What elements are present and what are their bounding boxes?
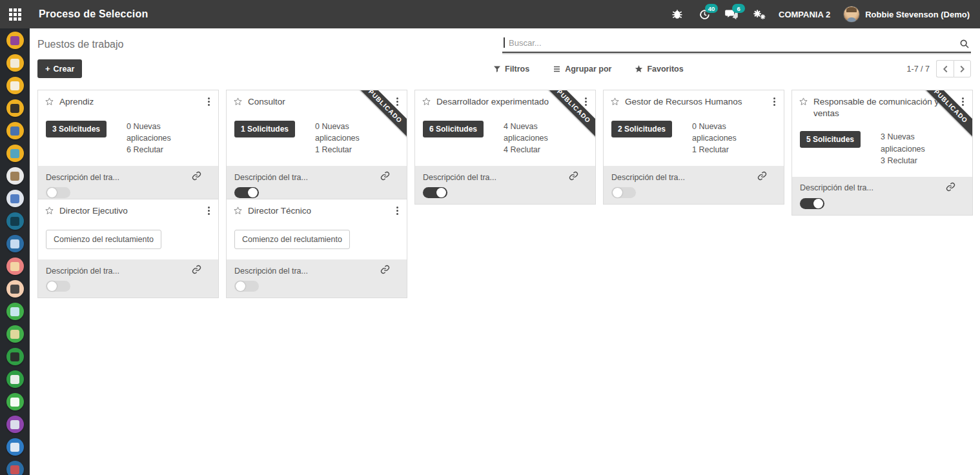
debug-bug-icon[interactable] <box>670 7 684 21</box>
app-sales-icon[interactable] <box>6 325 24 343</box>
favorite-star-icon[interactable] <box>422 97 431 109</box>
filters-button[interactable]: Filtros <box>493 65 529 74</box>
job-position-card[interactable]: PUBLICADO Responsable de comunicación y … <box>791 90 973 216</box>
job-title[interactable]: Gestor de Recursos Humanos <box>625 96 742 108</box>
group-by-button[interactable]: Agrupar por <box>553 65 611 74</box>
breadcrumb[interactable]: Puestos de trabajo <box>37 35 123 50</box>
job-position-card[interactable]: PUBLICADO Desarrollador experimentado 6 … <box>414 90 596 205</box>
pager-previous-button[interactable] <box>936 60 954 77</box>
job-position-card[interactable]: Director Técnico Comienzo del reclutamie… <box>226 199 407 298</box>
app-presentation-icon[interactable] <box>6 122 24 139</box>
link-icon[interactable] <box>946 182 955 194</box>
applications-badge[interactable]: 5 Solicitudes <box>800 131 861 148</box>
favorite-star-icon[interactable] <box>799 97 808 109</box>
star-icon <box>635 65 643 73</box>
link-icon[interactable] <box>192 265 201 277</box>
link-icon[interactable] <box>380 171 390 183</box>
link-icon[interactable] <box>380 265 390 277</box>
favorite-star-icon[interactable] <box>610 97 620 109</box>
applications-badge[interactable]: 3 Solicitudes <box>46 121 107 137</box>
app-documents-icon[interactable] <box>6 145 24 162</box>
job-position-card[interactable]: Director Ejecutivo Comienzo del reclutam… <box>37 199 219 298</box>
job-title[interactable]: Director Técnico <box>248 205 311 217</box>
job-title[interactable]: Aprendiz <box>59 96 94 108</box>
activities-clock-icon[interactable]: 40 <box>697 7 711 21</box>
app-contacts-icon[interactable] <box>6 32 24 49</box>
job-description-link[interactable]: Descripción del tra... <box>46 267 119 276</box>
job-description-link[interactable]: Descripción del tra... <box>800 183 873 192</box>
app-frontdesk-icon[interactable] <box>6 190 24 207</box>
app-accounting-icon[interactable] <box>6 348 24 365</box>
publish-toggle[interactable] <box>423 187 447 198</box>
new-applications-stat: 3 Nuevas aplicaciones <box>881 131 953 154</box>
applications-badge[interactable]: 2 Solicitudes <box>611 121 672 137</box>
start-recruitment-button[interactable]: Comienzo del reclutamiento <box>46 230 161 249</box>
job-position-card[interactable]: Gestor de Recursos Humanos 2 Solicitudes… <box>603 90 784 205</box>
app-helpdesk-icon[interactable] <box>6 370 24 388</box>
job-position-card[interactable]: Aprendiz 3 Solicitudes 0 Nuevas aplicaci… <box>37 90 219 205</box>
app-journal-icon[interactable] <box>6 167 24 185</box>
job-title[interactable]: Director Ejecutivo <box>59 205 128 217</box>
funnel-icon <box>493 65 501 73</box>
app-calendar-icon[interactable] <box>6 54 24 72</box>
app-dashboard-icon[interactable] <box>6 416 24 433</box>
card-footer: Descripción del tra... <box>415 166 595 204</box>
job-description-link[interactable]: Descripción del tra... <box>234 267 308 276</box>
app-knowledge-icon[interactable] <box>6 393 24 410</box>
settings-gears-icon[interactable] <box>751 7 766 21</box>
search-bar[interactable] <box>502 35 971 53</box>
messages-chat-icon[interactable]: 6 <box>724 7 739 21</box>
kebab-menu-icon[interactable] <box>960 96 966 107</box>
to-recruit-stat: 4 Reclutar <box>504 144 576 156</box>
kebab-menu-icon[interactable] <box>583 96 589 107</box>
job-description-link[interactable]: Descripción del tra... <box>423 173 496 182</box>
job-description-link[interactable]: Descripción del tra... <box>611 173 685 182</box>
app-employees-icon[interactable] <box>6 99 24 117</box>
publish-toggle[interactable] <box>46 281 70 292</box>
app-more-icon[interactable] <box>6 461 24 475</box>
favorite-star-icon[interactable] <box>233 206 243 218</box>
company-switcher[interactable]: COMPANIA 2 <box>779 10 830 19</box>
publish-toggle[interactable] <box>46 187 70 198</box>
job-position-card[interactable]: PUBLICADO Consultor 1 Solicitudes 0 Nuev… <box>226 90 407 205</box>
publish-toggle[interactable] <box>234 187 259 198</box>
app-referrals-icon[interactable] <box>6 235 24 252</box>
favorite-star-icon[interactable] <box>45 97 54 109</box>
publish-toggle[interactable] <box>234 281 259 292</box>
app-elearning-icon[interactable] <box>6 212 24 230</box>
job-title[interactable]: Desarrollador experimentado <box>436 96 549 108</box>
favorite-star-icon[interactable] <box>233 97 243 109</box>
start-recruitment-button[interactable]: Comienzo del reclutamiento <box>234 230 350 249</box>
create-button[interactable]: + Crear <box>37 59 82 78</box>
app-notes-icon[interactable] <box>6 77 24 94</box>
kebab-menu-icon[interactable] <box>394 96 400 107</box>
applications-badge[interactable]: 6 Solicitudes <box>423 121 484 137</box>
pager-next-button[interactable] <box>954 60 971 77</box>
link-icon[interactable] <box>192 171 201 183</box>
publish-toggle[interactable] <box>611 187 636 198</box>
app-lunch-icon[interactable] <box>6 258 24 275</box>
applications-badge[interactable]: 1 Solicitudes <box>234 121 295 137</box>
kebab-menu-icon[interactable] <box>771 96 777 107</box>
search-input[interactable] <box>509 38 954 48</box>
app-payroll-icon[interactable] <box>6 280 24 298</box>
job-title[interactable]: Responsable de comunicación y ventas <box>813 96 943 119</box>
job-title[interactable]: Consultor <box>248 96 285 108</box>
apps-menu-button[interactable] <box>0 0 30 28</box>
kebab-menu-icon[interactable] <box>394 205 400 216</box>
app-crm-icon[interactable] <box>6 303 24 320</box>
user-menu[interactable]: Robbie Stevenson (Demo) <box>843 6 970 23</box>
to-recruit-stat: 3 Reclutar <box>881 155 953 167</box>
favorite-star-icon[interactable] <box>45 206 54 218</box>
kebab-menu-icon[interactable] <box>206 96 212 107</box>
kebab-menu-icon[interactable] <box>206 205 212 216</box>
card-stats: 3 Nuevas aplicaciones 3 Reclutar <box>881 131 953 166</box>
search-icon[interactable] <box>959 39 970 52</box>
link-icon[interactable] <box>757 171 767 183</box>
app-social-icon[interactable] <box>6 438 24 456</box>
job-description-link[interactable]: Descripción del tra... <box>46 173 119 182</box>
job-description-link[interactable]: Descripción del tra... <box>234 173 308 182</box>
link-icon[interactable] <box>569 171 578 183</box>
publish-toggle[interactable] <box>800 198 824 209</box>
favorites-button[interactable]: Favoritos <box>635 65 683 74</box>
